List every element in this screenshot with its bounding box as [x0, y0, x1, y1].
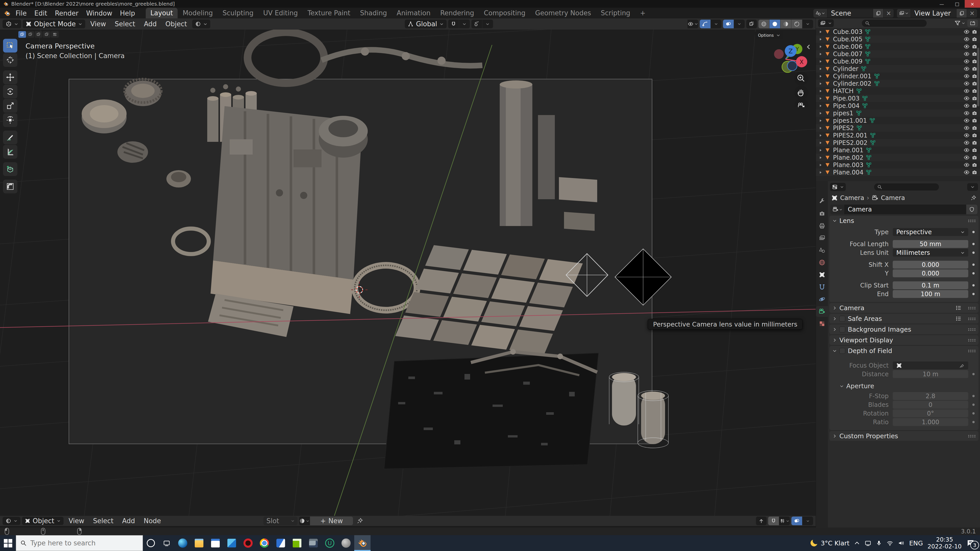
outliner-row[interactable]: Plane.001	[816, 146, 980, 154]
hide-render-toggle[interactable]	[972, 88, 977, 94]
axis-gizmo[interactable]: Y Z X	[774, 44, 807, 73]
workspace-tab-shading[interactable]: Shading	[355, 8, 392, 19]
object-name[interactable]: Cylinder	[833, 65, 858, 73]
proportional-falloff-dropdown[interactable]	[482, 20, 493, 28]
outliner-row[interactable]: Cube.007	[816, 50, 980, 58]
node-editor-type-dropdown[interactable]	[3, 517, 21, 525]
node-menu-select[interactable]: Select	[89, 517, 117, 525]
animate-dot[interactable]	[968, 373, 978, 375]
hide-render-toggle[interactable]	[972, 81, 977, 86]
expand-icon[interactable]	[818, 97, 822, 100]
wifi-icon[interactable]	[886, 540, 893, 546]
hide-viewport-toggle[interactable]	[964, 36, 969, 42]
datablock-name-field[interactable]: Camera	[845, 206, 966, 213]
object-name[interactable]: Plane.003	[833, 162, 863, 168]
expand-icon[interactable]	[818, 30, 822, 34]
outliner-row[interactable]: Cylinder.001	[816, 73, 980, 80]
hide-render-toggle[interactable]	[972, 44, 977, 49]
viewport-menu-object[interactable]: Object	[162, 20, 191, 28]
workspace-tab-scripting[interactable]: Scripting	[596, 8, 635, 19]
tool-measure[interactable]	[3, 145, 18, 159]
hide-render-toggle[interactable]	[972, 140, 977, 146]
hide-render-toggle[interactable]	[972, 51, 977, 57]
add-workspace-button[interactable]: +	[635, 8, 650, 19]
breadcrumb-object[interactable]: Camera	[840, 194, 864, 202]
lens-type-dropdown[interactable]: Perspective	[893, 228, 968, 236]
object-name[interactable]: Cylinder.002	[833, 80, 872, 87]
scene-selector[interactable]: Scene ×	[813, 9, 894, 18]
new-material-button[interactable]: + New	[310, 516, 353, 525]
menu-help[interactable]: Help	[116, 10, 139, 17]
taskbar-app-mail[interactable]	[224, 535, 240, 551]
shading-dropdown[interactable]	[802, 20, 813, 28]
tab-output[interactable]	[816, 221, 828, 231]
cast-icon[interactable]	[865, 540, 871, 546]
dof-checkbox[interactable]	[839, 348, 845, 354]
tool-add-cube[interactable]	[3, 162, 18, 176]
language-indicator[interactable]: ENG	[909, 540, 923, 547]
editor-type-dropdown[interactable]	[3, 20, 21, 28]
tab-scene[interactable]	[816, 245, 828, 256]
animate-dot[interactable]	[968, 243, 978, 245]
taskbar-search[interactable]	[16, 535, 143, 551]
node-snapping-mode[interactable]	[779, 516, 790, 525]
xray-toggle[interactable]	[746, 20, 757, 28]
animate-dot[interactable]	[968, 264, 978, 266]
expand-icon[interactable]	[818, 44, 822, 49]
animate-dot[interactable]	[968, 403, 978, 406]
object-name[interactable]: pipes1.001	[833, 117, 867, 124]
object-name[interactable]: Pipe.003	[833, 95, 859, 102]
outliner-row[interactable]: Cube.006	[816, 43, 980, 50]
material-slot-dropdown[interactable]: Slot	[263, 516, 298, 525]
outliner-row[interactable]: Cylinder	[816, 65, 980, 73]
hide-viewport-toggle[interactable]	[964, 118, 969, 124]
hide-viewport-toggle[interactable]	[964, 81, 969, 86]
shading-wireframe-button[interactable]	[759, 20, 769, 28]
object-name[interactable]: Cylinder.001	[833, 73, 872, 80]
workspace-tab-sculpting[interactable]: Sculpting	[218, 8, 258, 19]
hide-render-toggle[interactable]	[972, 103, 977, 109]
parent-node-tree-button[interactable]	[756, 516, 767, 525]
hide-render-toggle[interactable]	[972, 147, 977, 153]
hide-viewport-toggle[interactable]	[964, 162, 969, 168]
tab-tool[interactable]	[816, 196, 828, 206]
panel-dof-header[interactable]: Depth of Field	[829, 346, 978, 356]
object-name[interactable]: PIPES2.001	[833, 132, 867, 139]
pin-icon[interactable]	[356, 518, 363, 524]
animate-dot[interactable]	[968, 231, 978, 233]
expand-icon[interactable]	[818, 156, 822, 160]
node-overlays-toggle[interactable]	[791, 516, 802, 525]
breadcrumb-data[interactable]: Camera	[881, 194, 905, 202]
show-gizmo-toggle[interactable]	[700, 20, 711, 28]
tab-object-data[interactable]	[816, 306, 828, 317]
taskbar-app-radeon[interactable]	[240, 535, 256, 551]
clock[interactable]: 20:35 2022-02-10	[928, 536, 962, 550]
hide-render-toggle[interactable]	[972, 59, 977, 64]
node-overlays-dropdown[interactable]	[802, 516, 813, 525]
hide-viewport-toggle[interactable]	[964, 169, 969, 175]
select-mode-subtract-button[interactable]	[35, 31, 42, 38]
expand-icon[interactable]	[818, 89, 822, 93]
hide-viewport-toggle[interactable]	[964, 73, 969, 79]
hide-render-toggle[interactable]	[972, 95, 977, 101]
taskbar-app-store[interactable]	[207, 535, 224, 551]
object-name[interactable]: Plane.004	[833, 169, 863, 176]
menu-window[interactable]: Window	[82, 10, 116, 17]
search-input[interactable]	[30, 539, 128, 547]
object-name[interactable]: Cube.005	[833, 36, 862, 43]
hide-viewport-toggle[interactable]	[964, 147, 969, 153]
hide-viewport-toggle[interactable]	[964, 66, 969, 72]
taskbar-app-file-explorer[interactable]	[191, 535, 207, 551]
select-mode-set-button[interactable]	[18, 31, 26, 38]
overlays-dropdown[interactable]	[734, 20, 745, 28]
node-menu-view[interactable]: View	[65, 517, 88, 525]
shift-x-slider[interactable]: 0.000	[893, 261, 968, 268]
shading-material-button[interactable]	[780, 20, 791, 28]
scene-unlink-button[interactable]: ×	[883, 9, 894, 17]
start-button[interactable]	[0, 535, 16, 551]
task-view-button[interactable]	[159, 535, 175, 551]
pin-icon[interactable]	[970, 195, 977, 201]
outliner-row[interactable]: PIPES2.001	[816, 132, 980, 139]
hide-render-toggle[interactable]	[972, 36, 977, 42]
panel-grip[interactable]	[968, 219, 975, 222]
